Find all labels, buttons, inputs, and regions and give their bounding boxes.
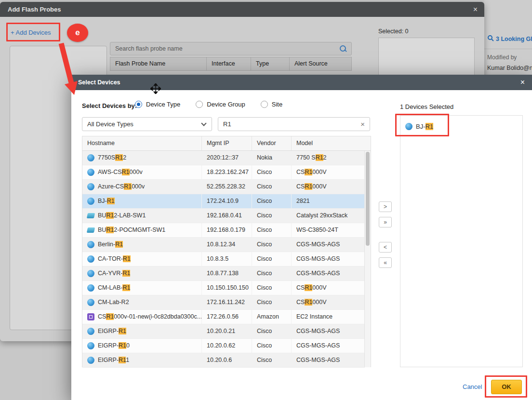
looking-glass-link[interactable]: 3 Looking Glass [487, 35, 532, 43]
modal-title: Select Devices [78, 75, 120, 90]
vendor-cell: Cisco [252, 194, 292, 208]
move-all-right-button[interactable]: » [379, 217, 392, 227]
mgmt-ip-cell: 172.26.0.56 [202, 310, 252, 324]
table-row[interactable]: BUR12-POCMGMT-SW1192.168.0.179CiscoWS-C3… [82, 223, 365, 238]
move-all-left-button[interactable]: « [379, 257, 392, 268]
vendor-cell: Cisco [252, 267, 292, 280]
add-devices-link[interactable]: + Add Devices [11, 29, 51, 36]
hostname-text: CA-TOR-R1 [98, 252, 131, 266]
device-type-dropdown[interactable]: All Device Types [82, 117, 212, 131]
move-left-button[interactable]: < [379, 242, 392, 253]
radio-label: Device Type [146, 101, 180, 108]
column-header-type: Type [251, 57, 290, 70]
table-row[interactable]: EIGRP-R1010.20.0.62CiscoCGS-MGS-AGS [82, 339, 365, 353]
hostname-text: BUR12-LAB-SW1 [98, 209, 146, 223]
column-header-vendor[interactable]: Vendor [252, 136, 292, 150]
device-search-input[interactable]: R1 × [218, 117, 370, 131]
ok-button[interactable]: OK [491, 380, 522, 394]
table-row[interactable]: CM-Lab-R2172.16.11.242CiscoCSR1000V [82, 295, 365, 310]
search-highlight: R1 [124, 183, 132, 190]
table-row[interactable]: BUR12-LAB-SW1192.168.0.41CiscoCatalyst 2… [82, 209, 365, 223]
table-row[interactable]: EIGRP-R110.20.0.21CiscoCGS-MGS-AGS [82, 324, 365, 339]
table-row[interactable]: CA-TOR-R110.8.3.5CiscoCGS-MGS-AGS [82, 252, 365, 267]
device-table: Hostname Mgmt IP Vendor Model 7750SR1220… [82, 136, 371, 367]
table-row[interactable]: Azure-CSR1000v52.255.228.32CiscoCSR1000V [82, 180, 365, 194]
mgmt-ip-cell: 192.168.0.179 [202, 223, 252, 237]
column-header-mgmt-ip[interactable]: Mgmt IP [202, 136, 252, 150]
dialog-title: Add Flash Probes [8, 2, 61, 17]
model-cell: EC2 Instance [292, 310, 365, 324]
table-row[interactable]: BJ-R1172.24.10.9Cisco2821 [82, 194, 365, 209]
column-header-flash-probe-name: Flash Probe Name [110, 57, 207, 70]
search-highlight: R1 [106, 227, 114, 233]
close-icon[interactable]: × [473, 2, 478, 17]
vendor-cell: Cisco [252, 252, 292, 266]
selected-devices-panel: BJ-R1 [400, 115, 523, 367]
hostname-cell: EIGRP-R11 [82, 353, 202, 367]
search-icon[interactable] [339, 45, 347, 53]
hostname-text: EIGRP-R1 [98, 324, 126, 338]
vendor-cell: Cisco [252, 281, 292, 295]
column-header-hostname[interactable]: Hostname [82, 136, 202, 150]
radio-site[interactable]: Site [261, 101, 282, 108]
scrollbar-track[interactable] [364, 151, 371, 367]
scrollbar-thumb[interactable] [366, 152, 370, 246]
selected-device-item[interactable]: BJ-R1 [405, 120, 518, 133]
clear-icon[interactable]: × [360, 118, 365, 131]
hostname-cell: CM-Lab-R2 [82, 295, 202, 309]
table-row[interactable]: EIGRP-R1110.20.0.6CiscoCGS-MGS-AGS [82, 353, 365, 368]
flash-probe-search-input[interactable]: Search flash probe name [110, 42, 352, 55]
search-highlight: R1 [123, 255, 131, 262]
annotation-step-marker: e [67, 24, 88, 42]
add-flash-probes-header: Add Flash Probes × [0, 2, 484, 17]
model-cell: CGS-MGS-AGS [292, 353, 365, 367]
hostname-cell: BUR12-LAB-SW1 [82, 209, 202, 223]
vendor-cell: Cisco [252, 180, 292, 194]
modified-by-label: Modified by [487, 54, 517, 61]
table-row[interactable]: CA-YVR-R110.8.77.138CiscoCGS-MGS-AGS [82, 267, 365, 281]
chevron-down-icon [201, 120, 206, 126]
router-icon [87, 183, 94, 190]
table-row[interactable]: AWS-CSR1000v18.223.162.247CiscoCSR1000V [82, 165, 365, 180]
mgmt-ip-cell: 172.24.10.9 [202, 194, 252, 208]
radio-icon[interactable] [196, 101, 203, 108]
hostname-cell: Berlin-R1 [82, 238, 202, 252]
radio-device-type[interactable]: Device Type [135, 101, 180, 108]
modal-header[interactable]: Select Devices × [71, 75, 532, 90]
search-highlight: R1 [305, 284, 312, 291]
hostname-cell: EIGRP-R1 [82, 324, 202, 338]
search-highlight: R1 [106, 212, 114, 219]
table-row[interactable]: Berlin-R110.8.12.34CiscoCGS-MGS-AGS [82, 238, 365, 252]
table-row[interactable]: CM-LAB-R110.150.150.150CiscoCSR1000V [82, 281, 365, 295]
search-highlight: R1 [305, 169, 312, 175]
mgmt-ip-cell: 10.8.77.138 [202, 267, 252, 280]
model-cell: CGS-MGS-AGS [292, 339, 365, 353]
search-highlight: R1 [119, 357, 126, 363]
radio-device-group[interactable]: Device Group [196, 101, 245, 108]
radio-selected-icon[interactable] [135, 101, 142, 108]
selected-devices-list: BJ-R1 [400, 116, 522, 137]
switch-icon [87, 213, 95, 218]
vendor-cell: Cisco [252, 223, 292, 237]
search-highlight: R1 [106, 313, 114, 320]
cancel-button[interactable]: Cancel [463, 383, 482, 390]
vendor-cell: Cisco [252, 165, 292, 179]
table-row[interactable]: 7750SR122020:12::37Nokia7750 SR12 [82, 151, 365, 165]
device-table-body: 7750SR122020:12::37Nokia7750 SR12AWS-CSR… [82, 151, 365, 368]
model-cell: CGS-MGS-AGS [292, 238, 365, 252]
divider [484, 49, 532, 49]
device-search-value: R1 [223, 118, 231, 131]
router-icon [87, 357, 94, 364]
close-icon[interactable]: × [520, 75, 525, 90]
hostname-cell: BUR12-POCMGMT-SW1 [82, 223, 202, 237]
vendor-cell: Amazon [252, 310, 292, 324]
hostname-cell: EIGRP-R10 [82, 339, 202, 353]
radio-icon[interactable] [261, 101, 268, 108]
column-header-model[interactable]: Model [292, 136, 365, 150]
router-icon [87, 328, 94, 335]
model-cell: CSR1000V [292, 165, 365, 179]
model-cell: CGS-MGS-AGS [292, 252, 365, 266]
table-row[interactable]: CSR1000v-01-new(i-0c82dbda0300c...172.26… [82, 310, 365, 324]
router-icon [87, 198, 94, 205]
move-right-button[interactable]: > [379, 201, 392, 212]
